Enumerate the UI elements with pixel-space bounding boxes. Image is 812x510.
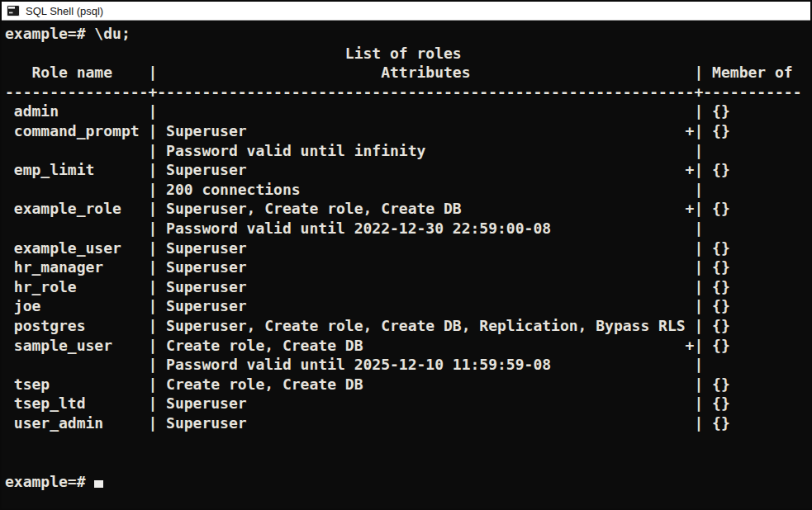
table-row: admin | | {} xyxy=(5,102,810,121)
table-title: List of roles xyxy=(5,44,810,64)
table-row: example_role | Superuser, Create role, C… xyxy=(5,199,810,219)
titlebar[interactable]: SQL Shell (psql) xyxy=(2,2,810,21)
table-row-continuation: | Password valid until 2022-12-30 22:59:… xyxy=(5,219,810,238)
prompt-text: example=# xyxy=(5,473,94,490)
table-row: command_prompt | Superuser +| {} xyxy=(5,121,810,141)
command-line: example=# \du; xyxy=(5,24,810,44)
table-row: user_admin | Superuser | {} xyxy=(5,413,810,433)
table-row: hr_role | Superuser | {} xyxy=(5,277,810,297)
table-row: sample_user | Create role, Create DB +| … xyxy=(5,336,810,356)
console-icon xyxy=(7,5,20,17)
table-header-row: Role name | Attributes | Member of xyxy=(5,63,810,83)
window-title: SQL Shell (psql) xyxy=(26,5,103,17)
table-row: joe | Superuser | {} xyxy=(5,296,810,316)
table-row: hr_manager | Superuser | {} xyxy=(5,257,810,277)
table-row: tsep_ltd | Superuser | {} xyxy=(5,394,810,413)
table-row-continuation: | Password valid until infinity | xyxy=(5,141,810,161)
table-row: emp_limit | Superuser +| {} xyxy=(5,160,810,180)
blank-line xyxy=(5,432,810,452)
terminal-window: SQL Shell (psql) example=# \du; List of … xyxy=(0,0,812,510)
table-row-continuation: | 200 connections | xyxy=(5,180,810,200)
table-separator-row: ----------------+-----------------------… xyxy=(5,83,810,102)
table-row-continuation: | Password valid until 2025-12-10 11:59:… xyxy=(5,355,810,375)
table-row: tsep | Create role, Create DB | {} xyxy=(5,375,810,394)
terminal-screen[interactable]: example=# \du; List of roles Role name |… xyxy=(2,21,810,508)
terminal-cursor xyxy=(94,480,103,488)
table-row: postgres | Superuser, Create role, Creat… xyxy=(5,316,810,336)
table-row: example_user | Superuser | {} xyxy=(5,238,810,258)
blank-line xyxy=(5,452,810,472)
input-prompt-line[interactable]: example=# xyxy=(5,472,810,492)
